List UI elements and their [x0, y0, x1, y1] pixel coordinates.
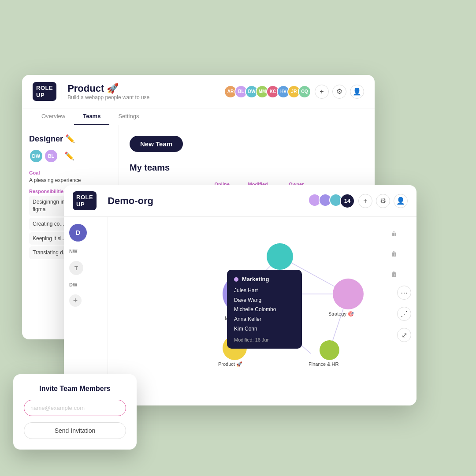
demo-main: Experiments 🧪 Marketing Strategy 🎯 Finan…	[108, 217, 416, 405]
delete-icon-1[interactable]: 🗑	[391, 230, 397, 237]
right-icon-3[interactable]: ⤢	[397, 328, 411, 342]
role-heading-text: Designer ✏️	[29, 134, 75, 144]
tab-overview[interactable]: Overview	[33, 108, 74, 125]
demo-window: ROLEUP Demo-org 14 + ⚙ 👤 D NW T DW +	[64, 185, 416, 405]
tooltip-names: Jules HartDave WangMichelle ColomboAnna …	[234, 286, 295, 334]
project-title: Product 🚀	[67, 83, 149, 94]
new-team-button[interactable]: New Team	[130, 136, 183, 152]
role-heading: Designer ✏️	[29, 134, 112, 144]
right-icon-1[interactable]: ⋯	[397, 286, 411, 300]
project-subtitle: Build a webapp people want to use	[67, 94, 149, 100]
main-tabs: Overview Teams Settings	[22, 108, 375, 125]
tab-teams[interactable]: Teams	[74, 108, 109, 125]
invite-title: Invite Team Members	[24, 385, 126, 393]
edit-role-icon[interactable]: ✏️	[64, 151, 74, 161]
bubble-strategy[interactable]	[333, 279, 364, 309]
demo-logo: ROLEUP Demo-org	[73, 191, 153, 210]
main-window-header: ROLEUP Product 🚀 Build a webapp people w…	[22, 75, 375, 108]
tooltip-modified: Modified: 16 Jun	[234, 337, 295, 342]
add-member-button[interactable]: +	[315, 85, 329, 99]
bubble-finance[interactable]	[320, 340, 339, 360]
avatar-oq: OQ	[298, 85, 311, 98]
avatar-group: AR BL DW MM KC HV JR OQ	[224, 85, 311, 98]
tooltip-dot	[234, 277, 238, 282]
demo-settings-icon[interactable]: ⚙	[376, 194, 390, 208]
demo-header: ROLEUP Demo-org 14 + ⚙ 👤	[64, 185, 416, 217]
goal-text: A pleasing experience	[29, 177, 112, 183]
role-avatar-dw: DW	[29, 149, 43, 163]
goal-label: Goal	[29, 170, 112, 175]
bubble-label-finance: Finance & HR	[309, 361, 338, 367]
marketing-tooltip: Marketing Jules HartDave WangMichelle Co…	[227, 270, 302, 349]
demo-user-avatar: D	[69, 224, 87, 242]
tab-settings[interactable]: Settings	[109, 108, 148, 125]
bubble-experiments[interactable]	[267, 243, 293, 270]
role-avatars: DW BL ✏️	[29, 149, 112, 163]
bubble-label-strategy: Strategy 🎯	[328, 311, 354, 317]
list-delete-icons: 🗑 🗑 🗑	[391, 230, 397, 278]
user-icon[interactable]: 👤	[350, 85, 364, 99]
bubble-label-product: Product 🚀	[218, 361, 242, 367]
demo-logo-box: ROLEUP	[73, 191, 97, 210]
delete-icon-2[interactable]: 🗑	[391, 250, 397, 257]
demo-sidebar-dw: DW	[69, 282, 102, 287]
logo-box: ROLEUP	[33, 82, 56, 101]
demo-add-button[interactable]: +	[358, 194, 372, 208]
right-icon-2[interactable]: ⋰	[397, 307, 411, 321]
tooltip-header: Marketing	[234, 276, 295, 283]
demo-sidebar-nw: NW	[69, 249, 102, 254]
settings-icon[interactable]: ⚙	[332, 85, 346, 99]
role-avatar-bl: BL	[44, 149, 58, 163]
member-count-badge: 14	[340, 193, 355, 208]
demo-org-name: Demo-org	[108, 195, 153, 207]
delete-icon-3[interactable]: 🗑	[391, 271, 397, 278]
demo-user-icon[interactable]: 👤	[394, 194, 408, 208]
demo-sidebar-t: T	[69, 261, 83, 275]
tooltip-title: Marketing	[242, 276, 269, 283]
send-invitation-button[interactable]: Send Invitation	[24, 422, 126, 439]
demo-avatar-group: 14	[308, 193, 355, 208]
email-input[interactable]	[24, 400, 126, 416]
logo-divider	[62, 84, 62, 100]
header-right: AR BL DW MM KC HV JR OQ + ⚙ 👤	[224, 85, 364, 99]
demo-header-right: 14 + ⚙ 👤	[308, 193, 408, 208]
invite-card: Invite Team Members Send Invitation	[13, 374, 137, 450]
main-logo: ROLEUP Product 🚀 Build a webapp people w…	[33, 82, 149, 101]
demo-right-icons: ⋯ ⋰ ⤢	[397, 286, 411, 342]
my-teams-title: My teams	[130, 163, 364, 173]
demo-logo-divider	[102, 193, 102, 209]
demo-sidebar-add[interactable]: +	[69, 294, 82, 307]
